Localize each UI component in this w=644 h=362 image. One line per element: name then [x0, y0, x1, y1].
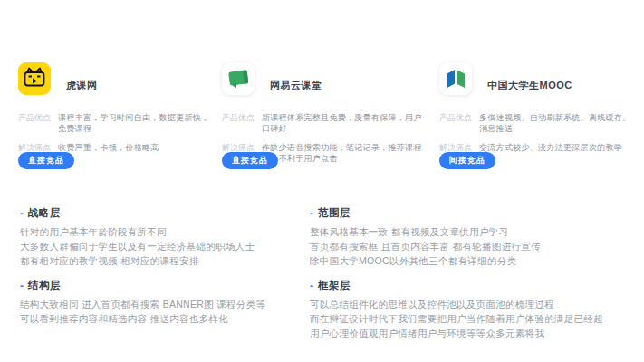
section-header: - 范围层 — [310, 206, 627, 220]
section-text-line: 结构大致相同 进入首页都有搜索 BANNER图 课程分类等 — [20, 297, 310, 311]
product-title: 中国大学生MOOC — [487, 79, 572, 92]
product-features: 产品优点 课程丰富，学习时间自由，数据更新快，免费课程 解决痛点 收费严重，卡顿… — [18, 112, 216, 153]
pain-point-text: 收费严重，卡顿，价格略高 — [58, 142, 159, 153]
advantage-row: 产品优点 多倍速视频、自动刷新系统、离线缓存、消息推送 — [439, 112, 634, 134]
competitor-type-badge: 间接竞品 — [439, 152, 495, 169]
advantage-row: 产品优点 新课程体系完整且免费，质量有保障，用户口碑好 — [222, 112, 428, 134]
advantage-text: 课程丰富，学习时间自由，数据更新快，免费课程 — [58, 112, 216, 134]
advantage-label: 产品优点 — [222, 112, 255, 123]
section-scope-layer: - 范围层 整体风格基本一致 都有视频及文章供用户学习 首页都有搜索框 且首页内… — [310, 206, 627, 279]
bullet-dash-icon: - — [310, 207, 313, 220]
pain-point-text: 交流方式较少、没办法更深层次的教学 — [479, 142, 622, 153]
competitor-type-badge: 直接竞品 — [222, 152, 278, 169]
product-header: 虎课网 — [18, 62, 216, 95]
product-card-hukewang: 虎课网 产品优点 课程丰富，学习时间自由，数据更新快，免费课程 解决痛点 收费严… — [18, 62, 216, 161]
bullet-dash-icon: - — [20, 280, 24, 292]
netease-cloud-classroom-board-icon — [222, 62, 255, 95]
product-title: 网易云课堂 — [270, 79, 322, 92]
section-text-line: 除中国大学MOOC以外其他三个都有详细的分类 — [310, 253, 627, 268]
product-card-netease-cloud-classroom: 网易云课堂 产品优点 新课程体系完整且免费，质量有保障，用户口碑好 解决痛点 作… — [222, 62, 428, 172]
analysis-grid: - 战略层 针对的用户基本年龄阶段有所不同 大多数人群偏向于学生以及有一定经济基… — [20, 206, 627, 351]
section-title: 结构层 — [28, 279, 61, 292]
section-title: 战略层 — [28, 206, 61, 220]
section-header: - 战略层 — [20, 206, 310, 220]
product-header: 网易云课堂 — [222, 62, 428, 95]
advantage-text: 新课程体系完整且免费，质量有保障，用户口碑好 — [262, 112, 428, 134]
advantage-text: 多倍速视频、自动刷新系统、离线缓存、消息推送 — [479, 112, 634, 134]
competitor-analysis-page: 虎课网 产品优点 课程丰富，学习时间自由，数据更新快，免费课程 解决痛点 收费严… — [0, 0, 644, 362]
section-title: 框架层 — [318, 279, 351, 292]
bullet-dash-icon: - — [310, 280, 313, 292]
section-text-line: 都有相对应的教学视频 相对应的课程安排 — [20, 253, 310, 268]
china-university-mooc-book-icon — [439, 62, 472, 95]
section-header: - 结构层 — [20, 279, 310, 292]
section-text-line: 首页都有搜索框 且首页内容丰富 都有轮播图进行宣传 — [310, 239, 627, 253]
pain-point-text: 作缺少语音搜索功能，笔记记录，推荐课程设计不利于用户点击 — [262, 142, 428, 164]
section-text-line: 而在辩证设计时代下我们需要把用户当作随着用户体验的满足已经超 — [310, 311, 627, 326]
competitor-type-badge: 直接竞品 — [18, 152, 74, 169]
advantage-label: 产品优点 — [439, 112, 472, 123]
product-features: 产品优点 多倍速视频、自动刷新系统、离线缓存、消息推送 解决痛点 交流方式较少、… — [439, 112, 634, 153]
section-title: 范围层 — [318, 206, 351, 220]
section-text-line: 大多数人群偏向于学生以及有一定经济基础的职场人士 — [20, 239, 310, 253]
advantage-label: 产品优点 — [18, 112, 51, 123]
product-header: 中国大学生MOOC — [439, 62, 634, 95]
section-structure-layer: - 结构层 结构大致相同 进入首页都有搜索 BANNER图 课程分类等 可以看到… — [20, 279, 310, 351]
section-strategy-layer: - 战略层 针对的用户基本年龄阶段有所不同 大多数人群偏向于学生以及有一定经济基… — [20, 206, 310, 279]
section-text-line: 针对的用户基本年龄阶段有所不同 — [20, 224, 310, 239]
section-text-line: 可以看到推荐内容和精选内容 推送内容也多样化 — [20, 311, 310, 326]
section-text-line: 用户心理价值观用户情绪用户与环境等等众多元素将我 — [310, 326, 627, 340]
advantage-row: 产品优点 课程丰富，学习时间自由，数据更新快，免费课程 — [18, 112, 216, 134]
product-card-china-university-mooc: 中国大学生MOOC 产品优点 多倍速视频、自动刷新系统、离线缓存、消息推送 解决… — [439, 62, 634, 161]
section-framework-layer: - 框架层 可以总结组件化的思维以及控件池以及页面池的梳理过程 而在辩证设计时代… — [310, 279, 627, 351]
bullet-dash-icon: - — [20, 207, 24, 220]
section-text-line: 可以总结组件化的思维以及控件池以及页面池的梳理过程 — [310, 297, 627, 311]
section-header: - 框架层 — [310, 279, 627, 292]
product-title: 虎课网 — [66, 79, 98, 92]
section-text-line: 整体风格基本一致 都有视频及文章供用户学习 — [310, 224, 627, 239]
hukewang-tiger-tv-icon — [18, 62, 51, 95]
